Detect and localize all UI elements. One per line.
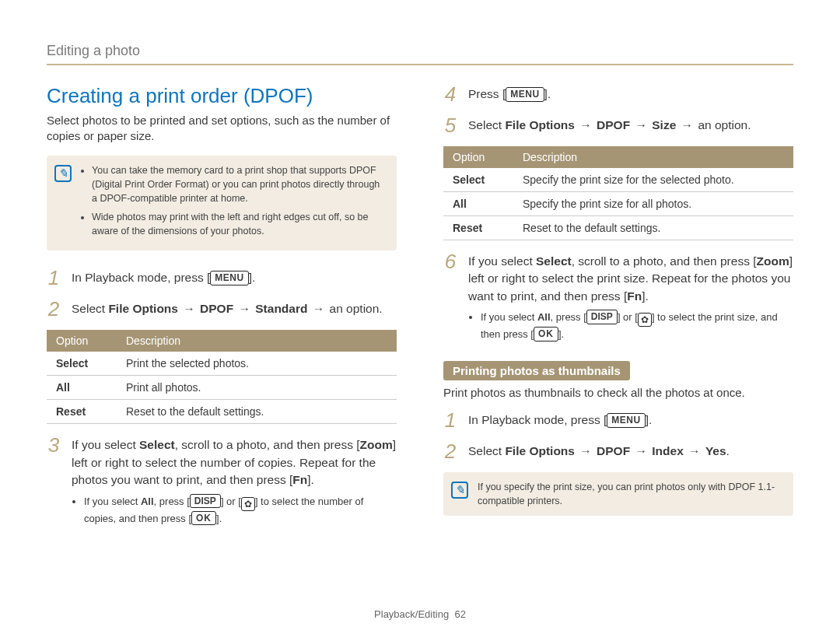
cell: Reset [443,216,513,240]
text: . [726,444,730,457]
path-segment: DPOF [597,444,630,457]
text: ]. [249,271,256,284]
page-title: Creating a print order (DPOF) [47,84,397,108]
step-6: 6 If you select Select, scroll to a phot… [443,251,793,342]
step-text: If you select Select, scroll to a photo,… [468,251,793,342]
step-5: 5 Select File Options → DPOF → Size → an… [443,115,793,135]
sub-bullet: If you select All, press [DISP] or [✿] t… [481,310,793,342]
step-text: Select File Options → DPOF → Index → Yes… [468,441,730,461]
note-box-2: ✎ If you specify the print size, you can… [443,472,793,516]
text: ]. [307,473,314,486]
cell: Print the selected photos. [117,352,397,376]
fn-key: Fn [292,473,307,486]
macro-icon: ✿ [638,313,652,327]
sub-intro: Print photos as thumbnails to check all … [443,385,793,401]
step-text: Press [MENU]. [468,84,551,104]
path-segment: DPOF [200,302,233,315]
step-1: 1 In Playback mode, press [MENU]. [47,268,397,288]
text: , scroll to a photo, and then press [ [572,254,757,268]
note-box: ✎ You can take the memory card to a prin… [47,156,397,251]
table-header-description: Description [513,146,793,168]
step-text: In Playback mode, press [MENU]. [468,410,652,430]
note-item: You can take the memory card to a print … [92,163,386,205]
cell: Select [47,352,117,376]
menu-key: MENU [607,413,645,428]
text: an option. [695,118,751,131]
text: If you select [84,496,141,507]
note-text: If you specify the print size, you can p… [478,480,782,508]
step-number: 4 [443,84,457,104]
options-table-left: Option Description SelectPrint the selec… [47,330,397,424]
text: If you select [468,254,536,268]
left-column: Creating a print order (DPOF) Select pho… [47,84,397,537]
zoom-key: Zoom [360,438,393,451]
step-number: 1 [47,268,61,288]
text: Select [468,118,505,131]
step-text: In Playback mode, press [MENU]. [72,268,255,288]
table-row: AllPrint all photos. [47,376,397,400]
text: If you select [72,438,139,451]
bold-term: Select [536,254,572,268]
step-text: Select File Options → DPOF → Standard → … [72,299,383,319]
text: ]. [544,87,551,100]
note-item: Wide photos may print with the left and … [92,210,386,238]
cell: Print all photos. [117,376,397,400]
sub-heading: Printing photos as thumbnails [443,361,630,380]
menu-key: MENU [506,87,544,102]
step-4: 4 Press [MENU]. [443,84,793,104]
table-row: ResetReset to the default settings. [47,400,397,424]
text: ] or [ [221,496,241,507]
footer-page-number: 62 [454,608,465,620]
text: Select [72,302,108,315]
fn-key: Fn [627,289,642,303]
path-segment: Index [652,444,683,457]
cell: Specify the print size for the selected … [513,168,793,192]
table-row: SelectSpecify the print size for the sel… [443,168,793,192]
table-row: SelectPrint the selected photos. [47,352,397,376]
footer-section: Playback/Editing [374,608,449,620]
path-segment: File Options [505,444,575,457]
ok-key: OK [191,511,216,526]
note-icon: ✎ [451,482,468,499]
bold-term: All [537,311,551,323]
step-text: Select File Options → DPOF → Size → an o… [468,115,751,135]
text: ]. [558,328,564,340]
step-number: 1 [443,410,457,430]
text: In Playback mode, press [ [468,413,607,426]
text: , press [ [551,311,586,323]
cell: Specify the print size for all photos. [513,192,793,216]
cell: All [443,192,513,216]
text: Select [468,444,505,457]
step-number: 6 [443,251,457,342]
path-segment: File Options [108,302,178,315]
text: In Playback mode, press [ [72,271,210,284]
text: , scroll to a photo, and then press [ [175,438,360,451]
cell: All [47,376,117,400]
section-header: Editing a photo [47,43,793,65]
text: ]. [642,289,649,303]
path-segment: Size [652,118,676,131]
bold-term: Select [139,438,175,451]
table-row: AllSpecify the print size for all photos… [443,192,793,216]
step-text: If you select Select, scroll to a photo,… [72,435,397,526]
step-number: 2 [443,441,457,461]
text: ]. [216,513,222,524]
table-row: ResetReset to the default settings. [443,216,793,240]
thumb-step-2: 2 Select File Options → DPOF → Index → Y… [443,441,793,461]
text: , press [ [154,496,190,507]
ok-key: OK [534,327,558,342]
path-segment: DPOF [597,118,630,131]
options-table-right: Option Description SelectSpecify the pri… [443,146,793,240]
text: Press [ [468,87,506,100]
right-column: 4 Press [MENU]. 5 Select File Options → … [443,84,793,537]
path-segment: File Options [505,118,575,131]
step-number: 5 [443,115,457,135]
thumb-step-1: 1 In Playback mode, press [MENU]. [443,410,793,430]
text: an option. [326,302,382,315]
menu-key: MENU [210,271,248,285]
disp-key: DISP [586,310,618,324]
note-icon: ✎ [54,165,72,182]
table-header-option: Option [47,330,117,352]
table-header-option: Option [443,146,513,168]
text: If you select [481,311,537,323]
